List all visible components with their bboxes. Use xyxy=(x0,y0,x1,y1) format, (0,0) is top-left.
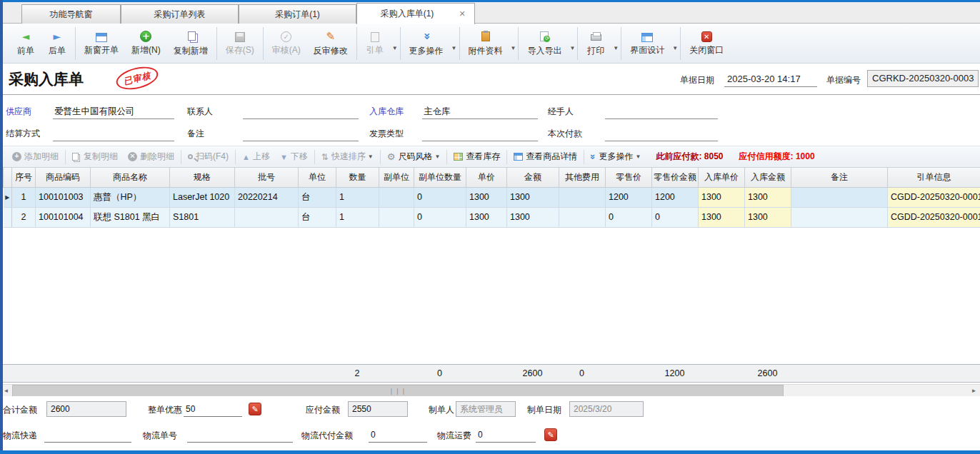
column-header[interactable]: 商品编码 xyxy=(36,168,91,187)
table-cell[interactable]: 1200 xyxy=(652,187,699,207)
discount-edit-button[interactable]: ✎ xyxy=(249,403,261,415)
table-cell[interactable] xyxy=(379,207,414,227)
column-header[interactable]: 零售价 xyxy=(606,168,652,187)
doc-date-input[interactable]: 2025-03-20 14:17 xyxy=(724,71,817,87)
column-header[interactable]: 其他费用 xyxy=(559,168,606,187)
column-header[interactable]: 序号 xyxy=(12,168,36,187)
table-cell[interactable]: CGDD-20250320-0001 xyxy=(888,187,980,207)
dropdown-arrow-icon[interactable]: ▼ xyxy=(451,35,457,51)
table-cell[interactable] xyxy=(791,187,888,207)
table-cell[interactable]: 1300 xyxy=(507,207,559,227)
discount-input[interactable]: 50 xyxy=(184,401,242,417)
table-cell[interactable]: 0 xyxy=(414,187,466,207)
table-cell[interactable]: S1801 xyxy=(170,207,235,227)
logistics-express-input[interactable] xyxy=(44,427,131,443)
table-cell[interactable]: 1300 xyxy=(699,207,745,227)
row-selector[interactable] xyxy=(4,207,12,227)
tab-purchase-order-list[interactable]: 采购订单列表 xyxy=(121,4,239,24)
scroll-right-arrow-icon[interactable]: ► xyxy=(968,385,980,397)
table-cell[interactable]: 1300 xyxy=(699,187,745,207)
table-cell[interactable] xyxy=(235,207,299,227)
dropdown-arrow-icon[interactable]: ▼ xyxy=(569,35,575,51)
dropdown-arrow-icon[interactable]: ▼ xyxy=(636,153,641,160)
table-cell[interactable]: 台 xyxy=(299,207,336,227)
column-header[interactable]: 入库金额 xyxy=(745,168,791,187)
table-cell[interactable]: 0 xyxy=(652,207,699,227)
column-header[interactable]: 金额 xyxy=(507,168,559,187)
table-cell[interactable]: 1 xyxy=(336,207,379,227)
remark-input[interactable] xyxy=(243,126,359,141)
table-row[interactable]: ▶ 1 100101003 惠普（HP） LaserJet 1020 20220… xyxy=(4,187,980,207)
table-cell[interactable]: 0 xyxy=(606,207,652,227)
btn-copy-new[interactable]: 复制新增 xyxy=(167,26,214,61)
column-header[interactable]: 单价 xyxy=(466,168,507,187)
table-cell[interactable]: 20220214 xyxy=(235,187,299,207)
column-header[interactable]: 备注 xyxy=(791,168,888,187)
table-cell[interactable]: 100101003 xyxy=(36,187,91,207)
table-cell[interactable]: 1 xyxy=(12,187,36,207)
table-cell[interactable]: 1300 xyxy=(745,207,791,227)
column-header[interactable]: 批号 xyxy=(235,168,299,187)
scrollbar-thumb[interactable]: ❘❘❘ xyxy=(12,385,784,397)
table-cell[interactable]: 1300 xyxy=(466,187,507,207)
btn-print[interactable]: 打印 xyxy=(580,26,611,61)
table-cell[interactable]: 1200 xyxy=(606,187,652,207)
btn-more-ops[interactable]: »更多操作▼ xyxy=(586,148,646,166)
table-cell[interactable]: 1 xyxy=(336,187,379,207)
dropdown-arrow-icon[interactable]: ▼ xyxy=(434,153,440,160)
btn-view-product-detail[interactable]: 查看商品详情 xyxy=(509,148,582,166)
dropdown-arrow-icon[interactable]: ▼ xyxy=(392,35,398,51)
table-cell[interactable]: 1300 xyxy=(507,187,559,207)
table-cell[interactable]: 100101004 xyxy=(36,207,91,227)
horizontal-scrollbar[interactable]: ◄ ❘❘❘ ► xyxy=(0,384,980,396)
btn-ui-design[interactable]: 界面设计 xyxy=(624,26,671,61)
handler-input[interactable] xyxy=(605,104,718,119)
tab-close-icon[interactable]: ✕ xyxy=(457,9,467,19)
column-header[interactable]: 入库单价 xyxy=(699,168,745,187)
btn-next-doc[interactable]: ►后单 xyxy=(41,26,73,61)
warehouse-input[interactable]: 主仓库 xyxy=(422,104,538,119)
column-header[interactable]: 引单信息 xyxy=(888,168,980,187)
table-cell[interactable]: LaserJet 1020 xyxy=(170,187,235,207)
tab-purchase-order[interactable]: 采购订单(1) xyxy=(239,4,356,24)
btn-import-export[interactable]: 导入导出 xyxy=(521,26,568,61)
table-cell[interactable]: 0 xyxy=(414,207,466,227)
table-row[interactable]: 2 100101004 联想 S1801 黑白 S1801 台 1 0 1300… xyxy=(4,207,980,227)
table-cell[interactable]: 1300 xyxy=(466,207,507,227)
table-cell[interactable]: 台 xyxy=(299,187,336,207)
supplier-input[interactable]: 爱普生中国有限公司 xyxy=(53,104,174,119)
btn-attachments[interactable]: 附件资料 xyxy=(462,26,509,61)
btn-unaudit-modify[interactable]: ✎反审修改 xyxy=(307,26,354,61)
column-header[interactable]: 零售价金额 xyxy=(652,168,699,187)
settlement-input[interactable] xyxy=(53,126,174,141)
column-header[interactable]: 单位 xyxy=(299,168,336,187)
dropdown-arrow-icon[interactable]: ▼ xyxy=(672,35,678,51)
invoice-type-input[interactable] xyxy=(422,126,538,141)
dropdown-arrow-icon[interactable]: ▼ xyxy=(613,35,619,51)
column-header[interactable]: 商品名称 xyxy=(91,168,170,187)
table-cell[interactable] xyxy=(791,207,888,227)
logistics-fee-edit-button[interactable]: ✎ xyxy=(544,428,557,441)
btn-more-actions[interactable]: »更多操作 xyxy=(403,26,450,61)
logistics-no-input[interactable] xyxy=(187,427,293,443)
column-header[interactable]: 副单位数量 xyxy=(414,168,466,187)
tab-function-nav[interactable]: 功能导航窗 xyxy=(21,4,121,24)
tab-purchase-inbound[interactable]: 采购入库单(1) ✕ xyxy=(356,3,475,24)
logistics-fee-input[interactable]: 0 xyxy=(476,427,536,443)
table-cell[interactable]: 联想 S1801 黑白 xyxy=(91,207,170,227)
row-focus-arrow-icon[interactable]: ▶ xyxy=(4,187,12,207)
table-cell[interactable]: CGDD-20250320-0001 xyxy=(888,207,980,227)
table-cell[interactable] xyxy=(379,187,414,207)
btn-close-window[interactable]: ✕关闭窗口 xyxy=(683,26,730,61)
btn-size-style[interactable]: ⚙尺码风格▼ xyxy=(382,148,446,166)
column-header[interactable]: 数量 xyxy=(336,168,379,187)
payment-input[interactable] xyxy=(605,126,718,141)
contact-input[interactable] xyxy=(243,104,359,119)
btn-new[interactable]: +新增(N) xyxy=(125,26,167,61)
table-cell[interactable]: 惠普（HP） xyxy=(91,187,170,207)
table-cell[interactable]: 1300 xyxy=(745,187,791,207)
table-cell[interactable]: 2 xyxy=(12,207,36,227)
btn-new-window-doc[interactable]: 新窗开单 xyxy=(78,26,125,61)
column-header[interactable]: 副单位 xyxy=(379,168,414,187)
logistics-prepay-input[interactable]: 0 xyxy=(369,427,427,443)
